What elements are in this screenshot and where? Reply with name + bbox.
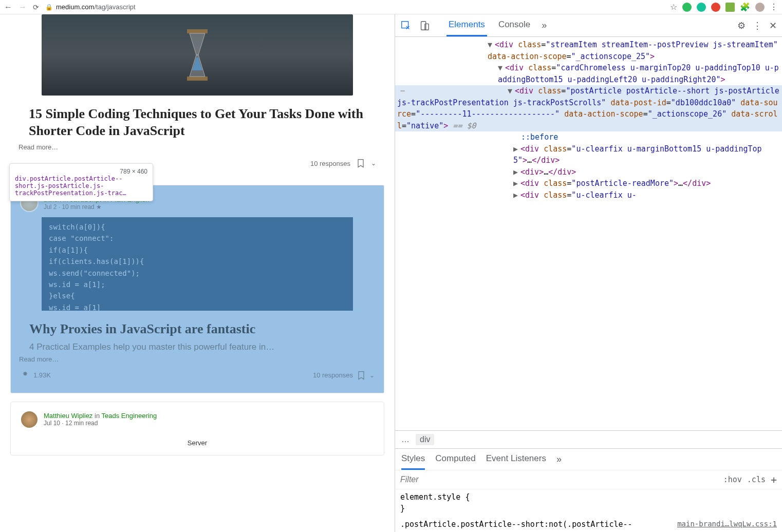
inspect-element-icon[interactable] [400, 20, 412, 31]
styles-rules[interactable]: element.style { } main-brandi…lwqLw.css:… [395, 489, 782, 533]
css-rule-line[interactable]: element.style { [400, 491, 777, 503]
elements-tree[interactable]: ▼<div class="streamItem streamItem--post… [395, 37, 782, 430]
close-icon[interactable]: ✕ [769, 20, 777, 31]
author-avatar[interactable] [20, 410, 39, 429]
tree-node-selected[interactable]: ⋯▼<div class="postArticle postArticle--s… [395, 85, 782, 131]
tab-event-listeners[interactable]: Event Listeners [486, 449, 546, 470]
breadcrumb-ellipsis[interactable]: … [401, 435, 409, 444]
inspector-tooltip: 789 × 460 div.postArticle.postArticle--s… [9, 163, 153, 201]
forward-button[interactable]: → [18, 3, 27, 12]
url-text: medium.com/tag/javascript [56, 3, 136, 11]
diagram-label: Server [11, 434, 384, 447]
article-subtitle: 4 Practical Examples help you master thi… [29, 342, 365, 352]
tree-node[interactable]: ▶<div>…</div> [395, 166, 782, 178]
styles-filter-bar: :hov .cls + [395, 470, 782, 489]
extensions-puzzle-icon[interactable]: 🧩 [740, 2, 750, 12]
reload-button[interactable]: ⟳ [33, 3, 39, 11]
settings-gear-icon[interactable]: ⚙ [737, 20, 746, 31]
devtools-panel: Elements Console » ⚙ ⋮ ✕ ▼<div class="st… [395, 14, 782, 532]
article-hero-image[interactable] [42, 14, 353, 96]
styles-filter-input[interactable] [400, 475, 718, 484]
menu-icon[interactable]: ⋮ [770, 2, 778, 12]
tooltip-dimensions: 789 × 460 [120, 168, 147, 175]
read-more-link[interactable]: Read more… [18, 143, 376, 151]
tab-computed[interactable]: Computed [435, 449, 475, 470]
bookmark-icon[interactable] [356, 370, 366, 381]
extension-icon-green[interactable] [725, 3, 735, 12]
more-tabs-icon[interactable]: » [542, 20, 547, 31]
more-tabs-icon[interactable]: » [556, 454, 562, 465]
article-meta: Jul 10 · 12 min read [44, 420, 157, 427]
article-meta: Jul 2 · 10 min read ★ [44, 203, 149, 211]
bookmark-icon[interactable] [356, 158, 366, 168]
device-toggle-icon[interactable] [419, 20, 430, 31]
article-title[interactable]: 15 Simple Coding Techniques to Get Your … [29, 106, 366, 139]
bookmark-star-icon[interactable]: ☆ [670, 2, 677, 12]
page-content: 15 Simple Coding Techniques to Get Your … [0, 14, 395, 532]
tree-node[interactable]: ▼<div class="cardChromeless u-marginTop2… [395, 62, 782, 85]
add-style-rule-icon[interactable]: + [771, 473, 777, 486]
clap-icon[interactable] [20, 370, 30, 381]
star-icon: ★ [96, 203, 102, 211]
article-code-image[interactable]: switch(a[0]){ case "connect": if(a[1]){ … [42, 217, 353, 311]
tree-node[interactable]: ▼<div class="streamItem streamItem--post… [395, 39, 782, 62]
browser-toolbar: ← → ⟳ 🔒 medium.com/tag/javascript ☆ 🧩 ⋮ [0, 0, 782, 14]
evernote-icon[interactable] [682, 3, 692, 12]
back-button[interactable]: ← [4, 3, 12, 12]
extension-icons: ☆ 🧩 ⋮ [670, 2, 778, 12]
elements-breadcrumb[interactable]: … div [395, 430, 782, 448]
cls-toggle[interactable]: .cls [747, 475, 766, 484]
css-source-link[interactable]: main-brandi…lwqLw.css:1 [677, 519, 777, 529]
svg-rect-1 [187, 77, 208, 81]
hov-toggle[interactable]: :hov [723, 475, 742, 484]
more-chevron-icon[interactable]: ⌄ [369, 372, 375, 379]
read-more-link[interactable]: Read more… [19, 355, 376, 363]
author-byline[interactable]: Matthieu Wipliez in Teads Engineering [44, 412, 157, 420]
extension-icon-red[interactable] [711, 3, 720, 12]
article-title[interactable]: Why Proxies in JavaScript are fantastic [29, 321, 365, 338]
breadcrumb-current[interactable]: div [416, 434, 434, 445]
article-card-highlighted[interactable]: bitfish in JavaScript In Plain English J… [10, 185, 384, 393]
tree-pseudo[interactable]: ::before [395, 131, 782, 143]
lock-icon: 🔒 [45, 4, 53, 11]
article-card[interactable]: Matthieu Wipliez in Teads Engineering Ju… [10, 402, 384, 455]
tooltip-selector: div.postArticle.postArticle--short.js-po… [15, 175, 126, 197]
svg-rect-4 [425, 24, 429, 30]
tab-console[interactable]: Console [496, 14, 532, 36]
tab-elements[interactable]: Elements [446, 14, 487, 36]
tree-node[interactable]: ▶<div class="u-clearfix u- [395, 189, 782, 201]
response-count[interactable]: 10 responses [313, 371, 353, 379]
profile-avatar[interactable] [755, 3, 765, 12]
styles-sidebar-tabs: Styles Computed Event Listeners » [395, 448, 782, 470]
tree-node[interactable]: ▶<div class="postArticle-readMore">…</di… [395, 178, 782, 189]
hourglass-icon [182, 29, 213, 81]
tree-node[interactable]: ▶<div class="u-clearfix u-marginBottom15… [395, 143, 782, 166]
address-bar[interactable]: 🔒 medium.com/tag/javascript [45, 3, 664, 11]
response-count[interactable]: 10 responses [310, 160, 350, 167]
tab-styles[interactable]: Styles [401, 449, 425, 470]
menu-dots-icon[interactable]: ⋮ [753, 20, 762, 31]
clap-count: 1.93K [33, 371, 51, 379]
css-rule-line[interactable]: } [400, 503, 777, 515]
grammarly-icon[interactable] [697, 3, 706, 12]
devtools-toolbar: Elements Console » ⚙ ⋮ ✕ [395, 14, 782, 37]
svg-rect-0 [187, 29, 208, 33]
css-rule-line[interactable]: main-brandi…lwqLw.css:1 .postArticle.pos… [400, 519, 777, 530]
more-chevron-icon[interactable]: ⌄ [371, 160, 376, 167]
